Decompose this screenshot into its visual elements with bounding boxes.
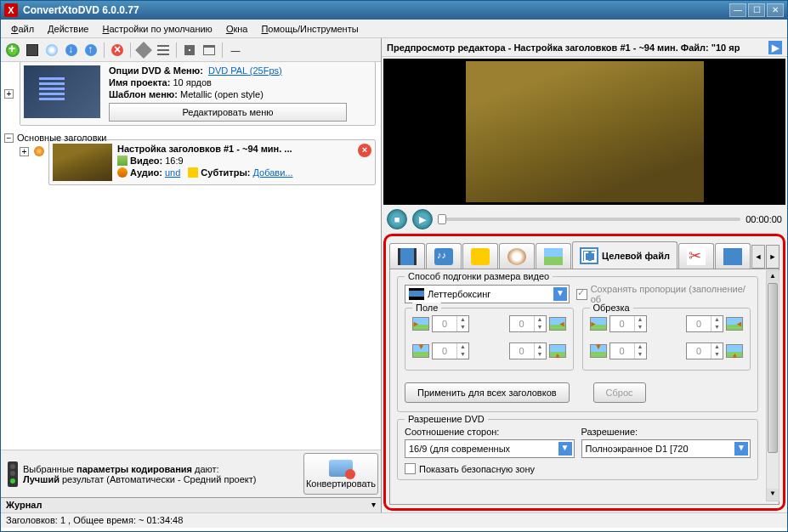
music-icon	[434, 248, 453, 265]
audio-link[interactable]: und	[165, 167, 180, 178]
scroll-thumb[interactable]	[768, 283, 778, 453]
traffic-light-icon	[8, 461, 18, 487]
crop-bottom-spinner[interactable]: ▲▼	[686, 342, 723, 359]
scroll-down-button[interactable]: ▼	[767, 489, 779, 501]
maximize-button[interactable]: ☐	[748, 3, 765, 17]
field-top-icon: ▼	[412, 344, 429, 358]
project-tree[interactable]: + Опции DVD & Меню: DVD PAL (25Fps) Имя …	[1, 62, 381, 450]
output-icon	[580, 247, 598, 264]
slider-thumb[interactable]	[438, 214, 446, 224]
menu-windows[interactable]: Окна	[219, 21, 255, 37]
menu-help[interactable]: Помощь/Инструменты	[254, 21, 365, 37]
delete-button[interactable]	[109, 42, 126, 59]
journal-toggle[interactable]: Журнал ▾	[1, 497, 381, 512]
tab-chapters[interactable]	[499, 243, 535, 269]
disc-icon	[46, 44, 58, 56]
arrow-down-icon	[65, 44, 77, 56]
move-up-button[interactable]	[82, 42, 99, 59]
stop-button[interactable]: ■	[387, 209, 407, 229]
keep-ratio-checkbox[interactable]: Сохранять пропорции (заполнение/об	[576, 284, 751, 304]
checkbox-icon	[405, 463, 416, 474]
settings-scrollbar[interactable]: ▲ ▼	[766, 270, 779, 501]
field-bottom-spinner[interactable]: ▲▼	[509, 342, 547, 359]
window-button[interactable]	[201, 42, 218, 59]
expand-title-1[interactable]: +	[20, 147, 29, 156]
merge-icon	[723, 248, 742, 265]
subs-link[interactable]: Добави...	[253, 167, 293, 178]
tab-scroll-right[interactable]: ►	[766, 245, 779, 269]
tab-merge[interactable]	[715, 243, 751, 269]
menu-file[interactable]: Файл	[4, 21, 41, 37]
edit-menu-button[interactable]: Редактировать меню	[109, 103, 347, 122]
remove-title-button[interactable]: ×	[358, 144, 371, 157]
tab-subtitles[interactable]	[462, 243, 498, 269]
template-value: Metallic (open style)	[180, 89, 264, 99]
field-group: Поле ►▲▼ ▲▼◄ ▼▲▼ ▲▼▲	[405, 308, 574, 371]
grid-icon	[184, 45, 195, 55]
aspect-combo[interactable]: 16/9 (для современных ▼	[405, 439, 575, 458]
window-icon	[203, 45, 215, 55]
title-box-1[interactable]: Настройка заголовков #1 - ~94 мин. ... В…	[48, 139, 376, 185]
minimize-button[interactable]: —	[729, 3, 746, 17]
chevron-down-icon: ▼	[553, 287, 567, 301]
tab-scroll-left[interactable]: ◄	[751, 245, 765, 269]
menubar: Файл Действие Настройки по умолчанию Окн…	[1, 20, 787, 38]
settings-panel: Целевой файл ◄ ► Способ подгонки размера…	[383, 234, 785, 511]
subs-label: Субтитры:	[201, 167, 250, 178]
scroll-up-button[interactable]: ▲	[767, 271, 779, 283]
add-button[interactable]	[4, 42, 21, 59]
tab-video[interactable]	[389, 243, 425, 269]
delete-icon	[111, 44, 123, 56]
list-button[interactable]	[155, 42, 172, 59]
tab-image[interactable]	[536, 243, 571, 269]
title-thumbnail	[53, 144, 112, 181]
video-value: 16:9	[165, 156, 183, 166]
preview-next-button[interactable]: ▶	[768, 41, 782, 54]
letterbox-icon	[409, 288, 424, 300]
convert-button[interactable]: Конвертировать	[303, 453, 378, 495]
seek-slider[interactable]	[438, 218, 740, 221]
dash-button[interactable]: —	[227, 42, 244, 59]
video-icon	[117, 156, 128, 166]
close-button[interactable]: ✕	[767, 3, 784, 17]
app-icon: X	[4, 3, 18, 17]
menu-action[interactable]: Действие	[41, 21, 95, 37]
fit-method-combo[interactable]: Леттербоксинг ▼	[405, 285, 570, 303]
play-button[interactable]: ▶	[412, 209, 433, 229]
tab-output[interactable]: Целевой файл	[572, 241, 677, 269]
grid-button[interactable]	[181, 42, 198, 59]
move-down-button[interactable]	[63, 42, 80, 59]
template-label: Шаблон меню:	[109, 89, 178, 99]
clock-icon	[507, 248, 526, 265]
save-button[interactable]	[24, 42, 41, 59]
tools-button[interactable]	[135, 42, 152, 59]
field-left-spinner[interactable]: ▲▼	[432, 315, 469, 332]
tab-cut[interactable]	[678, 243, 714, 269]
field-left-icon: ►	[412, 317, 429, 331]
crop-top-spinner[interactable]: ▲▼	[609, 342, 647, 359]
title-name: Настройка заголовков #1 - ~94 мин. ...	[117, 144, 292, 154]
disc-button[interactable]	[43, 42, 60, 59]
collapse-main-titles[interactable]: −	[4, 133, 14, 143]
field-right-spinner[interactable]: ▲▼	[509, 315, 547, 332]
tab-audio[interactable]	[426, 243, 462, 269]
apply-all-button[interactable]: Применить для всех заголовков	[405, 382, 570, 403]
crop-right-icon: ◄	[726, 317, 743, 331]
chevron-down-icon: ▼	[558, 442, 572, 456]
statusbar: Заголовков: 1 , Общее время: ~ 01:34:48	[1, 512, 787, 528]
dvd-options-link[interactable]: DVD PAL (25Fps)	[208, 65, 282, 76]
resolution-combo[interactable]: Полноэкранное D1 [720 ▼	[581, 439, 751, 458]
reset-button[interactable]: Сброс	[593, 382, 646, 403]
right-panel: Предпросмотр редактора - Настройка загол…	[382, 38, 787, 512]
crop-left-spinner[interactable]: ▲▼	[609, 315, 647, 332]
expand-project[interactable]: +	[4, 89, 14, 99]
crop-right-spinner[interactable]: ▲▼	[686, 315, 723, 332]
player-controls: ■ ▶ 00:00:00	[382, 207, 787, 232]
field-top-spinner[interactable]: ▲▼	[432, 342, 469, 359]
menu-settings[interactable]: Настройки по умолчанию	[95, 21, 218, 37]
chevron-down-icon: ▾	[371, 500, 376, 511]
fit-method-group: Способ подгонки размера видео Леттербокс…	[397, 276, 758, 412]
aspect-label: Соотношение сторон:	[405, 427, 575, 437]
titlebar-text: ConvertXtoDVD 6.0.0.77	[23, 4, 729, 16]
safe-zone-checkbox[interactable]: Показать безопасную зону	[405, 463, 751, 474]
